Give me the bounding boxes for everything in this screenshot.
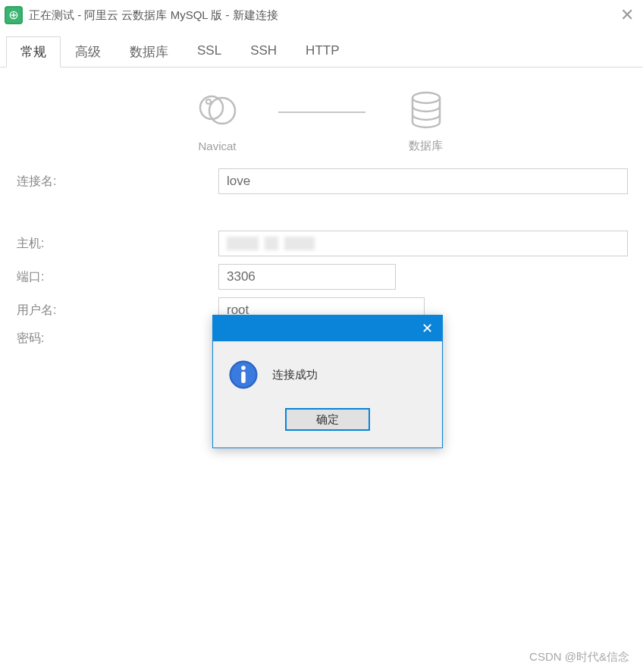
- close-icon[interactable]: ✕: [620, 5, 634, 25]
- connection-name-label: 连接名:: [15, 174, 218, 190]
- port-input[interactable]: [218, 264, 396, 290]
- dialog-close-icon[interactable]: ✕: [422, 320, 433, 337]
- diagram-label-database: 数据库: [409, 139, 443, 153]
- window-title: 正在测试 - 阿里云 云数据库 MySQL 版 - 新建连接: [29, 8, 278, 23]
- ok-button[interactable]: 确定: [285, 408, 370, 431]
- host-value-redacted: [227, 237, 315, 250]
- database-icon: [409, 90, 444, 133]
- dialog-titlebar: ✕: [213, 316, 442, 341]
- svg-point-7: [241, 366, 246, 370]
- result-dialog: ✕ 连接成功 确定: [212, 315, 443, 448]
- tab-ssh[interactable]: SSH: [236, 36, 291, 67]
- diagram-label-navicat: Navicat: [198, 140, 236, 152]
- svg-point-3: [206, 99, 211, 104]
- app-icon: [5, 6, 23, 24]
- host-input[interactable]: [218, 231, 628, 256]
- watermark: CSDN @时代&信念: [529, 650, 629, 664]
- password-label: 密码:: [15, 331, 218, 347]
- navicat-icon: [196, 91, 239, 133]
- diagram-connector: [278, 111, 365, 113]
- svg-rect-8: [241, 372, 246, 383]
- tab-ssl[interactable]: SSL: [183, 36, 236, 67]
- tab-database[interactable]: 数据库: [115, 36, 183, 67]
- svg-point-4: [412, 93, 440, 103]
- port-label: 端口:: [15, 269, 218, 285]
- tabs: 常规 高级 数据库 SSL SSH HTTP: [0, 30, 643, 68]
- svg-point-1: [200, 96, 223, 119]
- connection-name-input[interactable]: [218, 168, 628, 194]
- tab-http[interactable]: HTTP: [291, 36, 353, 67]
- username-label: 用户名:: [15, 303, 218, 319]
- tab-general[interactable]: 常规: [6, 36, 61, 68]
- tab-advanced[interactable]: 高级: [61, 36, 115, 67]
- host-label: 主机:: [15, 236, 218, 252]
- info-icon: [228, 360, 259, 390]
- connection-diagram: Navicat 数据库: [15, 90, 628, 153]
- titlebar: 正在测试 - 阿里云 云数据库 MySQL 版 - 新建连接 ✕: [0, 0, 643, 30]
- dialog-message: 连接成功: [272, 368, 318, 382]
